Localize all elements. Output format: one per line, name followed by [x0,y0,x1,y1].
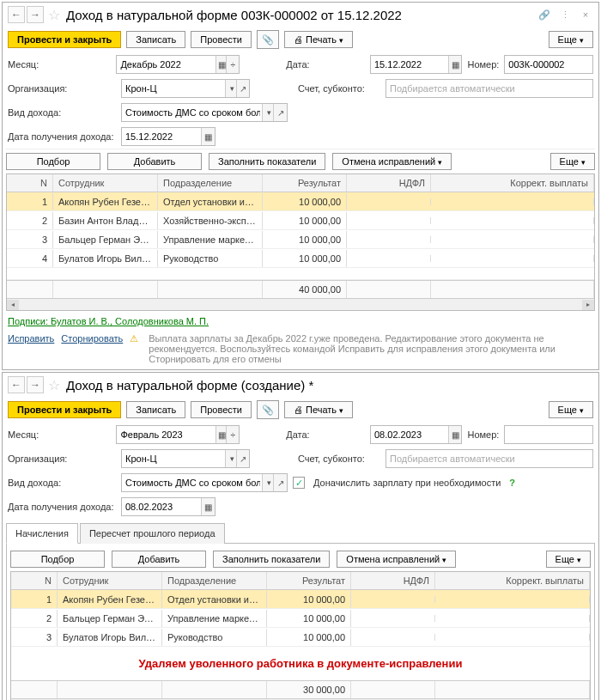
pick-button[interactable]: Подбор [10,551,105,568]
cancel-corrections-button[interactable]: Отмена исправлений ▾ [337,551,456,568]
date-field[interactable]: ▦ [370,55,462,74]
income-type-field[interactable]: ▾↗ [121,473,288,492]
calendar-icon[interactable]: ▦ [448,56,462,73]
post-button[interactable]: Провести [191,401,252,418]
more-button[interactable]: Еще ▾ [549,401,593,418]
nav-back-button[interactable]: ← [8,376,25,393]
nav-back-button[interactable]: ← [8,6,25,23]
signatures-link[interactable]: Подписи: Булатов И. В., Солодовникова М.… [8,316,209,326]
favorite-star-icon[interactable]: ☆ [46,6,63,23]
more-button[interactable]: Еще ▾ [549,31,593,48]
table-row[interactable]: 1 Акопян Рубен Гезевич Отдел установки и… [7,192,594,211]
scroll-right-icon[interactable]: ▸ [582,300,594,310]
post-and-close-button[interactable]: Провести и закрыть [8,31,121,48]
storno-link[interactable]: Сторнировать [61,333,123,344]
favorite-star-icon[interactable]: ☆ [46,376,63,393]
table-row[interactable]: 3 Бальцер Герман Эду... Управление марке… [7,230,594,249]
table-row[interactable]: 3 Булатов Игорь Виле... Руководство 10 0… [11,628,590,647]
add-button[interactable]: Добавить [112,551,206,568]
org-field[interactable]: ▾↗ [121,449,250,468]
number-field[interactable] [504,55,593,74]
open-icon[interactable]: ↗ [236,450,249,467]
col-n[interactable]: N [11,572,58,589]
total-value: 40 000,00 [263,281,347,298]
help-icon[interactable]: ? [509,478,515,488]
col-correction[interactable]: Коррект. выплаты [431,174,594,192]
h-scrollbar[interactable]: ◂ ▸ [7,298,594,310]
link-icon[interactable]: 🔗 [537,7,552,22]
correct-link[interactable]: Исправить [8,333,54,344]
col-department[interactable]: Подразделение [158,174,263,192]
receipt-date-field[interactable]: ▦ [121,497,216,516]
table-more-button[interactable]: Еще ▾ [550,153,595,170]
table-toolbar: Подбор Добавить Заполнить показатели Отм… [10,547,591,571]
nav-forward-button[interactable]: → [27,6,44,23]
fill-indicators-button[interactable]: Заполнить показатели [213,551,330,568]
number-field[interactable] [504,425,593,444]
calendar-icon[interactable]: ▦ [201,498,215,515]
col-ndfl[interactable]: НДФЛ [351,572,435,589]
printer-icon: 🖨 [294,405,303,415]
account-field[interactable]: Подбирается автоматически [385,449,593,468]
fill-indicators-button[interactable]: Заполнить показатели [209,153,325,170]
attach-button[interactable]: 📎 [257,30,279,49]
warning-text: Выплата зарплаты за Декабрь 2022 г.уже п… [149,333,593,364]
calendar-icon[interactable]: ▦ [201,128,215,145]
col-employee[interactable]: Сотрудник [58,572,162,589]
receipt-date-field[interactable]: ▦ [121,127,216,146]
col-department[interactable]: Подразделение [162,572,267,589]
print-button[interactable]: 🖨 Печать ▾ [284,31,353,48]
open-icon[interactable]: ↗ [236,80,249,97]
cancel-corrections-button[interactable]: Отмена исправлений ▾ [332,153,452,170]
open-icon[interactable]: ↗ [273,104,287,121]
col-result[interactable]: Результат [267,572,351,589]
nav-forward-button[interactable]: → [27,376,44,393]
month-field[interactable]: ▦÷ [116,425,240,444]
print-button[interactable]: 🖨 Печать ▾ [284,401,353,418]
tab-accruals[interactable]: Начисления [6,523,78,544]
tab-recalc[interactable]: Пересчет прошлого периода [80,523,225,544]
receipt-date-label: Дата получения дохода: [8,131,116,142]
paperclip-icon: 📎 [262,34,274,46]
spinner-icon[interactable]: ÷ [226,56,239,73]
table-row[interactable]: 1 Акопян Рубен Гезевич Отдел установки и… [11,590,590,609]
kebab-menu-icon[interactable]: ⋮ [557,7,573,22]
number-label: Номер: [467,59,499,70]
income-type-label: Вид дохода: [8,107,116,118]
table-more-button[interactable]: Еще ▾ [546,551,591,568]
income-type-field[interactable]: ▾↗ [121,103,288,122]
col-ndfl[interactable]: НДФЛ [347,174,431,192]
chevron-down-icon: ▾ [580,406,584,415]
table-row[interactable]: 2 Бальцер Герман Эду... Управление марке… [11,609,590,628]
month-label: Месяц: [8,59,111,70]
pick-button[interactable]: Подбор [6,153,100,170]
warning-row: Исправить Сторнировать ⚠ Выплата зарплат… [6,332,595,366]
col-employee[interactable]: Сотрудник [53,174,158,192]
recalc-checkbox[interactable]: ✓ [293,477,305,489]
org-field[interactable]: ▾↗ [121,79,250,98]
scroll-left-icon[interactable]: ◂ [7,300,19,310]
open-icon[interactable]: ↗ [273,474,287,491]
write-button[interactable]: Записать [126,401,185,418]
add-button[interactable]: Добавить [107,153,202,170]
post-and-close-button[interactable]: Провести и закрыть [8,401,121,418]
table-row[interactable]: 2 Базин Антон Владим... Хозяйственно-экс… [7,211,594,230]
date-field[interactable]: ▦ [370,425,462,444]
month-field[interactable]: ▦÷ [116,55,240,74]
account-field[interactable]: Подбирается автоматически [385,79,593,98]
spinner-icon[interactable]: ÷ [226,426,239,443]
annotation-note: Удаляем уволенного работника в документе… [11,647,590,680]
close-icon[interactable]: × [578,7,593,22]
date-label: Дата: [286,59,365,70]
col-correction[interactable]: Коррект. выплаты [435,572,590,589]
post-button[interactable]: Провести [191,31,252,48]
attach-button[interactable]: 📎 [257,400,279,419]
chevron-down-icon: ▾ [580,36,584,45]
col-result[interactable]: Результат [263,174,347,192]
tabs: Начисления Пересчет прошлого периода [6,522,595,544]
write-button[interactable]: Записать [126,31,185,48]
calendar-icon[interactable]: ▦ [448,426,462,443]
receipt-date-label: Дата получения дохода: [8,502,116,512]
col-n[interactable]: N [7,174,53,192]
table-row[interactable]: 4 Булатов Игорь Виле... Руководство 10 0… [7,249,594,268]
